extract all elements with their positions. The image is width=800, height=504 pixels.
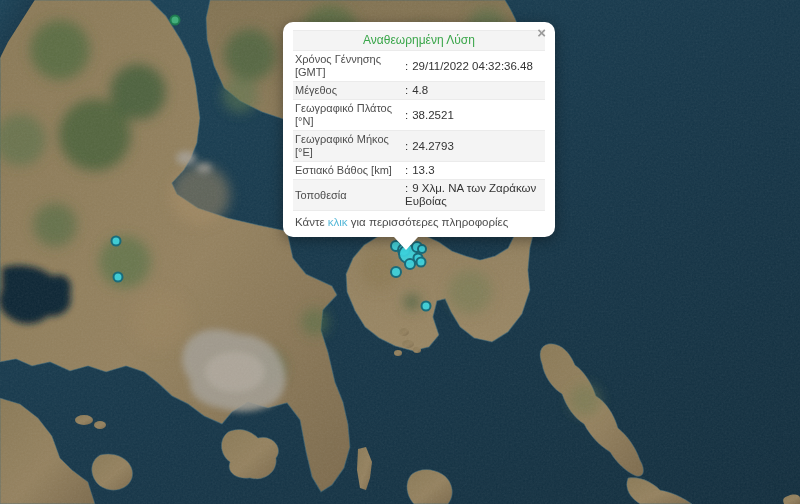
earthquake-marker[interactable] bbox=[405, 259, 415, 269]
earthquake-marker[interactable] bbox=[171, 16, 180, 25]
table-row-magnitude: Μέγεθος :4.8 bbox=[293, 82, 545, 100]
earthquake-marker[interactable] bbox=[391, 267, 401, 277]
earthquake-marker[interactable] bbox=[422, 302, 431, 311]
table-row-depth: Εστιακό Βάθος [km] :13.3 bbox=[293, 162, 545, 180]
row-value: :9 Χλμ. ΝΑ των Ζαράκων Ευβοίας bbox=[405, 182, 543, 208]
earthquake-popup: × Αναθεωρημένη Λύση Χρόνος Γέννησης [GMT… bbox=[283, 22, 555, 237]
row-label: Γεωγραφικό Μήκος [°E] bbox=[295, 133, 405, 159]
earthquake-marker[interactable] bbox=[417, 258, 426, 267]
popup-footer: Κάντε κλικ για περισσότερες πληροφορίες bbox=[293, 211, 545, 232]
table-row-longitude: Γεωγραφικό Μήκος [°E] :24.2793 bbox=[293, 131, 545, 162]
row-label: Μέγεθος bbox=[295, 84, 405, 97]
row-value: :24.2793 bbox=[405, 140, 543, 153]
earthquake-marker[interactable] bbox=[418, 245, 426, 253]
table-row-location: Τοποθεσία :9 Χλμ. ΝΑ των Ζαράκων Ευβοίας bbox=[293, 180, 545, 211]
map-application: × Αναθεωρημένη Λύση Χρόνος Γέννησης [GMT… bbox=[0, 0, 800, 504]
row-label: Εστιακό Βάθος [km] bbox=[295, 164, 405, 177]
table-row-latitude: Γεωγραφικό Πλάτος [°N] :38.2521 bbox=[293, 100, 545, 131]
earthquake-marker[interactable] bbox=[112, 237, 121, 246]
close-icon[interactable]: × bbox=[537, 25, 546, 40]
popup-tail bbox=[394, 237, 418, 250]
table-row-origin-time: Χρόνος Γέννησης [GMT] :29/11/2022 04:32:… bbox=[293, 51, 545, 82]
popup-title: Αναθεωρημένη Λύση bbox=[293, 30, 545, 51]
row-label: Χρόνος Γέννησης [GMT] bbox=[295, 53, 405, 79]
row-value: :29/11/2022 04:32:36.48 bbox=[405, 60, 543, 73]
popup-table: Χρόνος Γέννησης [GMT] :29/11/2022 04:32:… bbox=[293, 51, 545, 211]
row-label: Γεωγραφικό Πλάτος [°N] bbox=[295, 102, 405, 128]
earthquake-marker[interactable] bbox=[114, 273, 123, 282]
row-value: :4.8 bbox=[405, 84, 543, 97]
more-info-link[interactable]: κλικ bbox=[328, 216, 348, 228]
row-value: :13.3 bbox=[405, 164, 543, 177]
row-label: Τοποθεσία bbox=[295, 189, 405, 202]
row-value: :38.2521 bbox=[405, 109, 543, 122]
